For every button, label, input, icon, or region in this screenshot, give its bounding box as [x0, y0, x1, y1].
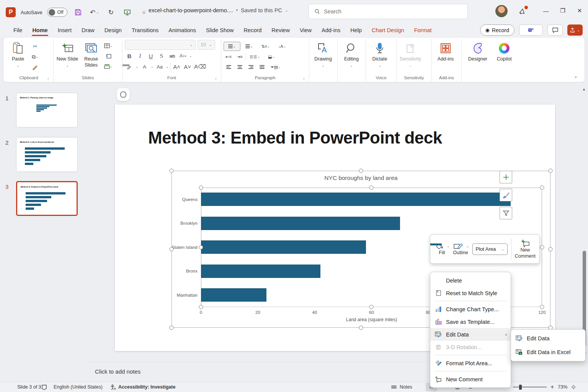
text-direction-button[interactable]: ↓A ⌄ [274, 42, 290, 51]
clear-formatting-button[interactable]: A⌫ [196, 62, 205, 71]
cut-button[interactable]: ✂ [30, 42, 40, 51]
font-size-input[interactable]: 10⌄ [198, 40, 215, 50]
menu-item-format-plot-area[interactable]: Format Plot Area... [430, 357, 511, 369]
record-button[interactable]: ◉ Record [480, 24, 514, 36]
copilot-button[interactable]: Copilot [492, 40, 516, 62]
bar-manhattan[interactable] [201, 288, 266, 302]
change-case-button[interactable]: Aa [155, 62, 164, 71]
feedback-button[interactable] [518, 7, 527, 15]
tab-slide-show[interactable]: Slide Show [201, 24, 239, 36]
document-title[interactable]: excel-chart-to-powerpoint-demo.... [149, 7, 233, 13]
saved-status[interactable]: Saved to this PC [241, 7, 282, 13]
category-label[interactable]: Queens [182, 197, 198, 202]
font-name-input[interactable]: ⌄ [125, 40, 196, 50]
chart-filters-button[interactable] [500, 207, 512, 219]
paste-button[interactable]: Paste ⌄ [7, 40, 29, 68]
selection-handle[interactable] [540, 186, 544, 190]
shadow-button[interactable]: S [157, 51, 166, 60]
reuse-slides-button[interactable]: Reuse Slides [80, 40, 103, 68]
smartart-button[interactable]: ⏷▤ ⌄ [268, 62, 283, 72]
selection-handle[interactable] [170, 169, 174, 173]
new-slide-button[interactable]: New Slide ⌄ [56, 40, 79, 68]
new-comment-button[interactable]: New Comment [514, 239, 536, 259]
tab-help[interactable]: Help [345, 24, 367, 36]
notes-placeholder[interactable]: Click to add notes [95, 368, 140, 375]
underline-button[interactable]: U [146, 51, 155, 60]
tab-file[interactable]: File [8, 24, 27, 36]
category-label[interactable]: Bronx [186, 269, 198, 273]
format-painter-button[interactable] [30, 62, 40, 72]
zoom-slider-handle[interactable] [519, 385, 522, 390]
accessibility-button[interactable]: Accessibility: Investigate [110, 382, 175, 392]
align-center-button[interactable] [235, 62, 245, 72]
undo-button[interactable]: ↶⌄ [89, 7, 100, 18]
selection-handle[interactable] [369, 186, 374, 190]
bullets-button[interactable]: ⌄ [224, 42, 240, 51]
sensitivity-button[interactable]: Sensitivity ⌄ [399, 40, 422, 68]
menu-item-edit-data[interactable]: Edit Data› [430, 328, 511, 341]
selection-handle[interactable] [199, 245, 203, 250]
slide-thumbnail-2[interactable]: 2Method 2: Link to Excel workbook [0, 137, 89, 177]
justify-button[interactable] [257, 62, 267, 72]
zoom-slider[interactable] [513, 387, 547, 387]
language-button[interactable]: English (United States) [54, 382, 103, 392]
outline-button[interactable]: ⌄ Outline [450, 243, 470, 255]
fit-slide-button[interactable]: ⟐ [571, 384, 575, 390]
tab-design[interactable]: Design [100, 24, 127, 36]
tab-view[interactable]: View [295, 24, 317, 36]
menu-item-new-comment[interactable]: New Comment [430, 373, 511, 385]
start-slideshow-button[interactable] [122, 7, 133, 18]
increase-indent-button[interactable]: ⇥≡ [235, 52, 245, 61]
autosave-toggle[interactable]: Off [47, 8, 67, 17]
slide-layout-button[interactable]: ⌄ [103, 41, 113, 50]
decrease-indent-button[interactable]: ⇤≡ [224, 52, 234, 61]
align-text-button[interactable]: ⬓ ⌄ [264, 52, 279, 61]
thumbnail-preview[interactable]: Method 2: Link to Excel workbook [16, 137, 78, 172]
tab-draw[interactable]: Draw [77, 24, 100, 36]
proofing-button[interactable] [41, 382, 47, 392]
submenu-item-edit-data[interactable]: Edit Data [511, 332, 585, 345]
selection-handle[interactable] [540, 305, 544, 309]
align-left-button[interactable] [224, 62, 234, 72]
bold-button[interactable]: B [125, 51, 134, 60]
selection-handle[interactable] [359, 169, 363, 173]
tab-review[interactable]: Review [266, 24, 295, 36]
category-label[interactable]: Manhattan [177, 293, 198, 297]
font-color-button[interactable]: A [140, 64, 149, 70]
bar-queens[interactable] [201, 193, 511, 206]
selection-handle[interactable] [369, 305, 374, 309]
editing-button[interactable]: Editing ⌄ [340, 40, 363, 68]
menu-item-3-d-rotation[interactable]: 3-D Rotation... [430, 341, 511, 353]
thumbnail-preview[interactable]: Method 3: Embed in PowerPoint deck [16, 181, 78, 216]
chart-styles-button[interactable] [500, 189, 512, 201]
teams-share-button[interactable]: T [519, 24, 543, 36]
scroll-up-icon[interactable]: ▲ [582, 87, 586, 91]
redo-button[interactable]: ↻ [105, 7, 117, 18]
selection-handle[interactable] [170, 326, 174, 330]
search-input[interactable] [324, 8, 462, 15]
slide-thumbnail-3[interactable]: 3Method 3: Embed in PowerPoint deck [0, 181, 89, 221]
line-spacing-button[interactable]: ⇅≡ ⌄ [258, 42, 273, 51]
selection-handle[interactable] [199, 186, 203, 190]
tab-record[interactable]: Record [239, 24, 267, 36]
chart-elements-button[interactable] [500, 171, 512, 183]
menu-item-reset-to-match-style[interactable]: Reset to Match Style [430, 287, 511, 299]
category-label[interactable]: Staten Island [172, 245, 198, 250]
strikethrough-button[interactable]: ab [168, 51, 177, 60]
quick-access-chevron-icon[interactable]: ⍌ [138, 7, 150, 18]
slide-indicator[interactable]: Slide 3 of 3 [17, 382, 41, 392]
minimize-button[interactable]: — [537, 3, 554, 18]
zoom-in-button[interactable]: + [550, 384, 554, 390]
dictate-button[interactable]: Dictate ⌄ [368, 40, 391, 68]
notes-toggle-button[interactable]: Notes [391, 382, 412, 392]
bar-brooklyn[interactable] [201, 217, 400, 230]
grow-font-button[interactable]: A˄ [172, 62, 181, 71]
character-spacing-button[interactable]: A⇿ [178, 51, 188, 60]
columns-button[interactable]: ☰☰ ⌄ [247, 52, 263, 61]
selection-handle[interactable] [540, 245, 544, 250]
tab-transitions[interactable]: Transitions [127, 24, 163, 36]
section-button[interactable]: ⌄ [103, 62, 113, 71]
menu-item-change-chart-type[interactable]: Change Chart Type... [430, 303, 511, 315]
addins-button[interactable]: Add-ins [434, 40, 457, 62]
shrink-font-button[interactable]: A˅ [183, 62, 192, 71]
